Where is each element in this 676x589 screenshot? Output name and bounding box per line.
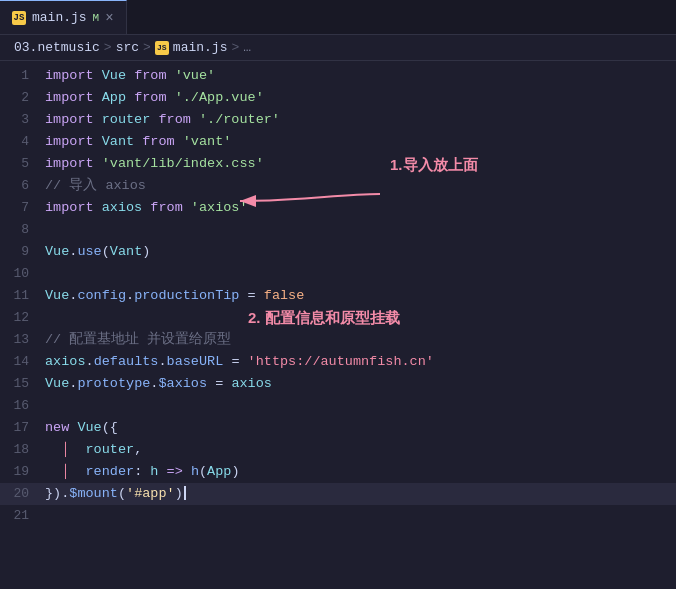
tab-filename: main.js bbox=[32, 10, 87, 25]
code-line-17: 17 new Vue({ bbox=[0, 417, 676, 439]
breadcrumb-filename: main.js bbox=[173, 40, 228, 55]
line-number-21: 21 bbox=[0, 505, 45, 527]
line-content-10 bbox=[45, 263, 676, 285]
breadcrumb-src: src bbox=[116, 40, 139, 55]
line-content-17: new Vue({ bbox=[45, 417, 676, 439]
tab-modified-indicator: M bbox=[93, 12, 100, 24]
line-content-13: // 配置基地址 并设置给原型 bbox=[45, 329, 676, 351]
line-content-14: axios.defaults.baseURL = 'https://autumn… bbox=[45, 351, 676, 373]
breadcrumb: 03.netmusic > src > JS main.js > … bbox=[0, 35, 676, 61]
code-line-8: 8 bbox=[0, 219, 676, 241]
tab-close-button[interactable]: × bbox=[105, 10, 113, 26]
line-number-10: 10 bbox=[0, 263, 45, 285]
line-number-15: 15 bbox=[0, 373, 45, 395]
line-number-5: 5 bbox=[0, 153, 45, 175]
line-number-7: 7 bbox=[0, 197, 45, 219]
line-number-2: 2 bbox=[0, 87, 45, 109]
breadcrumb-dots: … bbox=[243, 40, 251, 55]
line-content-4: import Vant from 'vant' bbox=[45, 131, 676, 153]
code-line-2: 2 import App from './App.vue' bbox=[0, 87, 676, 109]
js-file-icon: JS bbox=[12, 11, 26, 25]
line-content-19: │ render: h => h(App) bbox=[45, 461, 676, 483]
line-content-2: import App from './App.vue' bbox=[45, 87, 676, 109]
code-editor: 1 import Vue from 'vue' 2 import App fro… bbox=[0, 61, 676, 531]
breadcrumb-sep-2: > bbox=[143, 40, 151, 55]
code-line-13: 13 // 配置基地址 并设置给原型 bbox=[0, 329, 676, 351]
line-content-1: import Vue from 'vue' bbox=[45, 65, 676, 87]
code-line-10: 10 bbox=[0, 263, 676, 285]
breadcrumb-sep-3: > bbox=[231, 40, 239, 55]
annotation-label-1: 1.导入放上面 bbox=[390, 156, 478, 175]
line-number-3: 3 bbox=[0, 109, 45, 131]
breadcrumb-netmusic: 03.netmusic bbox=[14, 40, 100, 55]
breadcrumb-js-icon: JS bbox=[155, 41, 169, 55]
code-line-18: 18 │ router, bbox=[0, 439, 676, 461]
code-line-16: 16 bbox=[0, 395, 676, 417]
line-number-20: 20 bbox=[0, 483, 45, 505]
code-line-3: 3 import router from './router' bbox=[0, 109, 676, 131]
line-number-16: 16 bbox=[0, 395, 45, 417]
line-content-9: Vue.use(Vant) bbox=[45, 241, 676, 263]
line-number-8: 8 bbox=[0, 219, 45, 241]
line-number-11: 11 bbox=[0, 285, 45, 307]
line-content-11: Vue.config.productionTip = false bbox=[45, 285, 676, 307]
line-number-4: 4 bbox=[0, 131, 45, 153]
line-content-15: Vue.prototype.$axios = axios bbox=[45, 373, 676, 395]
line-content-3: import router from './router' bbox=[45, 109, 676, 131]
line-content-21 bbox=[45, 505, 676, 527]
code-line-1: 1 import Vue from 'vue' bbox=[0, 65, 676, 87]
main-js-tab[interactable]: JS main.js M × bbox=[0, 0, 127, 34]
line-content-8 bbox=[45, 219, 676, 241]
line-number-12: 12 bbox=[0, 307, 45, 329]
line-number-1: 1 bbox=[0, 65, 45, 87]
breadcrumb-sep-1: > bbox=[104, 40, 112, 55]
tab-bar: JS main.js M × bbox=[0, 0, 676, 35]
line-content-18: │ router, bbox=[45, 439, 676, 461]
code-line-11: 11 Vue.config.productionTip = false bbox=[0, 285, 676, 307]
line-content-16 bbox=[45, 395, 676, 417]
line-number-13: 13 bbox=[0, 329, 45, 351]
annotation-arrow-1 bbox=[220, 169, 390, 219]
code-line-19: 19 │ render: h => h(App) bbox=[0, 461, 676, 483]
code-line-15: 15 Vue.prototype.$axios = axios bbox=[0, 373, 676, 395]
annotation-label-2: 2. 配置信息和原型挂载 bbox=[248, 309, 400, 328]
line-number-14: 14 bbox=[0, 351, 45, 373]
line-number-17: 17 bbox=[0, 417, 45, 439]
code-line-4: 4 import Vant from 'vant' bbox=[0, 131, 676, 153]
line-content-20: }).$mount('#app') bbox=[45, 483, 676, 505]
line-number-6: 6 bbox=[0, 175, 45, 197]
line-number-19: 19 bbox=[0, 461, 45, 483]
line-number-18: 18 bbox=[0, 439, 45, 461]
code-line-20: 20 }).$mount('#app') bbox=[0, 483, 676, 505]
code-line-14: 14 axios.defaults.baseURL = 'https://aut… bbox=[0, 351, 676, 373]
code-line-9: 9 Vue.use(Vant) bbox=[0, 241, 676, 263]
line-number-9: 9 bbox=[0, 241, 45, 263]
code-line-21: 21 bbox=[0, 505, 676, 527]
